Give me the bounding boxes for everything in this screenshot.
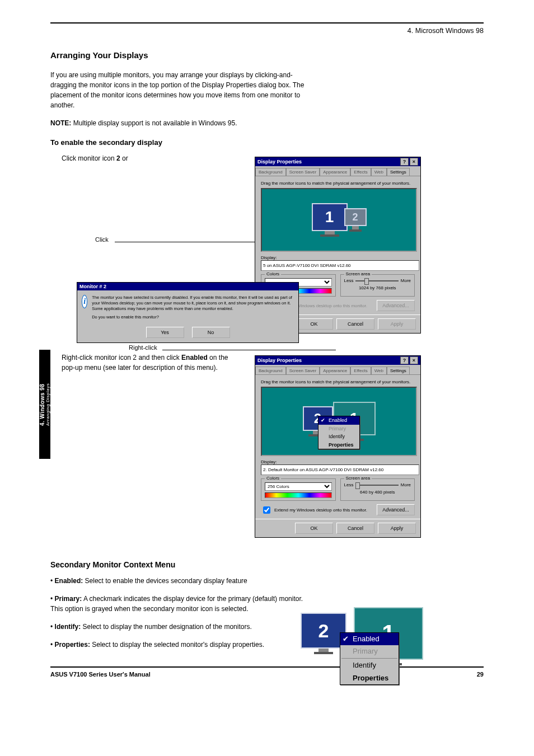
cancel-button[interactable]: Cancel	[336, 523, 374, 534]
ctx-enabled[interactable]: Enabled	[340, 633, 399, 645]
monitor-preview[interactable]: 2 1 Enabled Primary Identify Properties	[261, 387, 417, 456]
display-select[interactable]: 2. Default Monitor on ASUS AGP-V7100 DVI…	[261, 464, 419, 475]
colors-label: Colors	[265, 476, 281, 481]
page-header: 4. Microsoft Windows 98	[50, 27, 484, 35]
display-properties-dialog-2: Display Properties ? × Background Screen…	[255, 355, 421, 538]
tab-effects[interactable]: Effects	[350, 168, 371, 176]
monitor-icon-2[interactable]: 2	[344, 208, 367, 232]
display-select[interactable]: 5 on ASUS AGP-V7100 DVI SDRAM v12.60	[261, 260, 419, 271]
header-rule	[50, 22, 484, 24]
advanced-button[interactable]: Advanced...	[377, 300, 415, 311]
no-button[interactable]: No	[192, 327, 230, 338]
monitor-icon-1[interactable]: 1	[312, 203, 348, 237]
advanced-button[interactable]: Advanced...	[377, 504, 415, 515]
context-menu-zoom: 2 1 Enabled Primary Identify Properties	[301, 607, 441, 685]
colors-select[interactable]: 256 Colors	[265, 482, 332, 491]
dialog-titlebar: Display Properties ? ×	[255, 356, 420, 365]
footer-left: ASUS V7100 Series User's Manual	[50, 671, 151, 678]
display-label: Display:	[261, 255, 415, 260]
dialog-titlebar: Display Properties ? ×	[255, 157, 420, 166]
help-icon[interactable]: ?	[400, 356, 409, 364]
pointer-line-2	[162, 350, 336, 350]
tab-settings[interactable]: Settings	[387, 168, 410, 176]
screen-area-label: Screen area	[344, 271, 372, 276]
apply-button[interactable]: Apply	[378, 523, 416, 534]
screen-area-label: Screen area	[344, 476, 372, 481]
ok-button[interactable]: OK	[295, 523, 333, 534]
close-icon[interactable]: ×	[410, 356, 418, 364]
close-icon[interactable]: ×	[410, 158, 418, 166]
chapter-side-tab: 4. Windows 98 Arranging Displays	[39, 350, 50, 459]
yes-button[interactable]: Yes	[146, 327, 184, 338]
tab-settings[interactable]: Settings	[387, 367, 410, 374]
tab-screensaver[interactable]: Screen Saver	[286, 168, 320, 176]
ok-button[interactable]: OK	[295, 318, 333, 330]
ctxmenu-heading: Secondary Monitor Context Menu	[50, 560, 484, 569]
tab-web[interactable]: Web	[371, 367, 387, 374]
extend-label: Extend my Windows desktop onto this moni…	[274, 508, 367, 513]
intro-note: NOTE: Multiple display support is not av…	[50, 118, 308, 128]
tab-screensaver[interactable]: Screen Saver	[286, 367, 320, 374]
tab-background[interactable]: Background	[255, 367, 286, 374]
resolution-value: 640 by 480 pixels	[344, 490, 411, 495]
screen-area-group: Screen area Less More 640 by 480 pixels	[340, 478, 415, 501]
screen-area-group: Screen area Less More 1024 by 768 pixels	[340, 274, 415, 297]
dialog-tabs: Background Screen Saver Appearance Effec…	[255, 166, 420, 176]
tab-effects[interactable]: Effects	[350, 367, 371, 374]
resolution-slider[interactable]: Less More	[344, 278, 411, 283]
monitor-context-menu-zoom: Enabled Primary Identify Properties	[340, 632, 399, 685]
extend-checkbox[interactable]	[263, 506, 270, 514]
ctx-enabled-desc: • Enabled: Select to enable the devices …	[50, 576, 308, 586]
monitor-preview[interactable]: 1 2	[261, 188, 417, 252]
ctx-properties[interactable]: Properties	[318, 441, 359, 449]
msgbox-title: Monitor # 2	[79, 284, 106, 289]
tab-appearance[interactable]: Appearance	[320, 367, 350, 374]
drag-hint: Drag the monitor icons to match the phys…	[261, 181, 415, 186]
intro-p2: Multiple display support is not availabl…	[73, 119, 237, 127]
msgbox-text: The monitor you have selected is current…	[92, 295, 294, 311]
dialog-title: Display Properties	[257, 159, 302, 165]
intro-p1: If you are using multiple monitors, you …	[50, 70, 308, 110]
ctx-primary: Primary	[318, 425, 359, 433]
ctx-primary-desc: • Primary: A checkmark indicates the dis…	[50, 594, 308, 614]
help-icon[interactable]: ?	[400, 158, 409, 166]
click-callout: Click	[95, 236, 109, 243]
drag-hint: Drag the monitor icons to match the phys…	[261, 379, 415, 384]
tab-web[interactable]: Web	[371, 168, 387, 176]
ctx-identify[interactable]: Identify	[318, 433, 359, 441]
ctx-enabled[interactable]: Enabled	[318, 416, 359, 425]
colors-group: Colors 256 Colors	[261, 478, 336, 501]
colors-label: Colors	[265, 271, 281, 276]
ctx-separator	[341, 658, 397, 659]
monitor-enable-prompt: Monitor # 2 i The monitor you have selec…	[77, 282, 299, 343]
display-label: Display:	[261, 459, 415, 464]
ctx-identify[interactable]: Identify	[340, 659, 399, 672]
info-icon: i	[82, 295, 87, 308]
ctx-primary: Primary	[340, 645, 399, 658]
footer-right: 29	[477, 671, 484, 678]
msgbox-prompt: Do you want to enable this monitor?	[92, 314, 294, 320]
ctx-properties[interactable]: Properties	[340, 672, 399, 684]
section-heading: Arranging Your Displays	[50, 50, 484, 60]
resolution-slider[interactable]: Less More	[344, 482, 411, 487]
tab-background[interactable]: Background	[255, 168, 286, 176]
enable-heading: To enable the secondary display	[50, 138, 484, 147]
monitor-context-menu: Enabled Primary Identify Properties	[318, 416, 360, 449]
step-2: Right-click monitor icon 2 and then clic…	[62, 353, 229, 373]
rightclick-callout: Right-click	[129, 344, 157, 351]
color-palette	[265, 492, 332, 498]
resolution-value: 1024 by 768 pixels	[344, 285, 411, 290]
cancel-button[interactable]: Cancel	[336, 318, 374, 330]
apply-button-disabled: Apply	[378, 318, 416, 330]
dialog-title: Display Properties	[257, 358, 302, 363]
tab-appearance[interactable]: Appearance	[320, 168, 350, 176]
note-label: NOTE:	[50, 119, 71, 127]
